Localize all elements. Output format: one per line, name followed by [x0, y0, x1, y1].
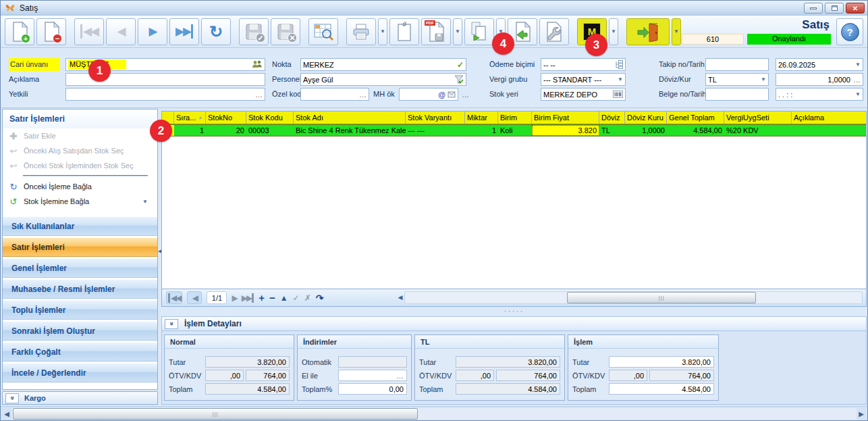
cell-stok-adi[interactable]: Bic Shine 4 Renk Tükenmez Kalem [294, 125, 406, 136]
column-header-doviz[interactable]: Döviz [599, 112, 625, 124]
cell-birim-fiyat-focused[interactable]: 3.820 [532, 125, 599, 136]
action-onceki-isleme-bagla[interactable]: ↻Önceki İşleme Bağla [3, 179, 157, 194]
column-header-doviz-kuru[interactable]: Döviz Kuru [625, 112, 667, 124]
yetkili-field[interactable] [65, 88, 265, 101]
column-header-birim[interactable]: Birim [498, 112, 532, 124]
horizontal-splitter-grip[interactable] [161, 307, 867, 316]
scrollbar-track[interactable] [404, 291, 863, 304]
minimize-button[interactable] [804, 3, 823, 14]
doviz-field[interactable]: TL [705, 73, 769, 86]
details-header[interactable]: » İşlem Detayları [161, 316, 867, 331]
scroll-left-arrow[interactable]: ◀ [2, 409, 11, 419]
odeme-bicimi-field[interactable]: -- -- [541, 58, 626, 71]
dropdown-arrow-icon[interactable] [618, 76, 623, 82]
collapse-chevron-icon[interactable]: » [165, 319, 178, 329]
cell-stok-varyanti[interactable]: --- --- [406, 125, 465, 136]
cell-miktar[interactable]: 1 [465, 125, 498, 136]
last-record-button[interactable]: ▶▶ [169, 18, 199, 45]
grid-edit-row-button[interactable]: ▲ [280, 293, 288, 303]
tl-toplam-field[interactable]: 4.584,00 [456, 383, 560, 395]
cell-doviz-kuru[interactable]: 1,0000 [625, 125, 667, 136]
column-header-stok-kodu[interactable]: Stok Kodu [246, 112, 294, 124]
cell-aciklama[interactable] [792, 125, 866, 136]
ellipsis-button[interactable] [255, 91, 263, 98]
column-header-vergi-uyg-seti[interactable]: VergiUygSeti [724, 112, 792, 124]
normal-toplam-field[interactable]: 4.584,00 [205, 383, 290, 395]
dropdown-arrow-icon[interactable] [761, 76, 766, 82]
print-dropdown-button[interactable]: ▼ [378, 18, 387, 45]
takip-no-field[interactable] [705, 58, 769, 71]
grid-view-button[interactable] [308, 18, 338, 45]
tl-tutar-field[interactable]: 3.820,00 [456, 356, 560, 368]
column-header-stok-varyanti[interactable]: Stok Varyantı [406, 112, 465, 124]
section-incele-degerlendir[interactable]: İncele / Değerlendir [3, 363, 157, 382]
column-header-birim-fiyat[interactable]: Birim Fiyat [532, 112, 599, 124]
cell-sira[interactable]: 1 [174, 125, 206, 136]
scroll-right-arrow[interactable]: ▶ [857, 409, 866, 419]
scrollbar-thumb[interactable] [13, 408, 418, 420]
indirim-toplam-pct-field[interactable]: 0,00 [338, 383, 407, 395]
cell-birim[interactable]: Koli [498, 125, 532, 136]
scrollbar-thumb[interactable] [567, 292, 756, 303]
attachment-button[interactable] [389, 18, 419, 45]
belge-tarih-field[interactable]: . . : : [776, 88, 863, 101]
scroll-left-arrow[interactable]: ◀ [396, 293, 404, 302]
exit-button[interactable] [626, 18, 670, 45]
tl-otv-field[interactable]: ,00 [456, 370, 494, 381]
new-record-button[interactable]: + [5, 18, 34, 45]
cell-stok-kodu[interactable]: 00003 [246, 125, 294, 136]
column-header-stok-adi[interactable]: Stok Adı [294, 112, 406, 124]
scrollbar-track[interactable] [11, 408, 857, 420]
ozel-kod-field[interactable] [300, 88, 369, 101]
section-muhasebe-resmi-islemler[interactable]: Muhasebe / Resmi İşlemler [3, 279, 157, 299]
grid-prev-page-button[interactable]: ◀ [187, 291, 202, 304]
section-genel-islemler[interactable]: Genel İşlemler [3, 258, 157, 278]
column-header-miktar[interactable]: Miktar [465, 112, 498, 124]
cell-vergi-uyg-seti[interactable]: %20 KDV [724, 125, 792, 136]
ellipsis-button[interactable] [462, 91, 469, 98]
grid-cancel-button[interactable]: ✗ [304, 293, 311, 303]
kargo-bar[interactable]: » Kargo [2, 391, 158, 405]
islem-tutar-field[interactable]: 3.820,00 [609, 356, 714, 368]
grid-delete-row-button[interactable]: − [269, 292, 275, 303]
mh-ok-field[interactable]: @ [399, 88, 458, 101]
m-dropdown-button[interactable]: ▼ [609, 18, 618, 45]
copy-document-button[interactable] [464, 18, 494, 45]
grid-next-page-button[interactable]: ▶ [232, 293, 236, 303]
refresh-button[interactable]: ↻ [201, 18, 231, 45]
collapse-chevron-icon[interactable]: » [5, 393, 19, 403]
section-satir-islemleri[interactable]: Satır İşlemleri [3, 237, 157, 257]
settings-button[interactable] [539, 18, 569, 45]
save-button[interactable]: ✓ [239, 18, 269, 45]
dropdown-arrow-icon[interactable] [855, 61, 861, 68]
cell-genel-toplam[interactable]: 4.584,00 [667, 125, 724, 136]
cell-doviz[interactable]: TL [599, 125, 625, 136]
takip-tarih-field[interactable]: 26.09.2025 [776, 58, 863, 71]
section-sik-kullanilanlar[interactable]: Sık Kullanılanlar [3, 216, 157, 236]
nokta-field[interactable]: MERKEZ✓ [300, 58, 466, 71]
indirim-otomatik-field[interactable] [338, 356, 407, 368]
exit-dropdown-button[interactable]: ▼ [672, 18, 681, 45]
normal-otv-field[interactable]: ,00 [205, 370, 244, 381]
action-stok-islemine-bagla[interactable]: ↺Stok İşlemine Bağla [3, 194, 157, 209]
previous-record-button[interactable]: ◀ [106, 18, 136, 45]
islem-otv-field[interactable]: ,00 [609, 370, 647, 381]
column-header-genel-toplam[interactable]: Genel Toplam [667, 112, 724, 124]
stok-yeri-field[interactable]: MERKEZ DEPO [541, 88, 626, 101]
save-cancel-button[interactable]: ✕ [271, 18, 300, 45]
first-record-button[interactable]: ◀◀ [74, 18, 104, 45]
indirim-el-ile-field[interactable] [338, 370, 407, 381]
column-header-aciklama[interactable]: Açıklama [792, 112, 866, 124]
grid-last-page-button[interactable]: ▶▶ [242, 293, 254, 303]
tl-kdv-field[interactable]: 764,00 [496, 370, 560, 381]
delete-record-button[interactable]: − [36, 18, 66, 45]
pdf-dropdown-button[interactable]: ▼ [453, 18, 462, 45]
cell-stokno[interactable]: 20 [206, 125, 246, 136]
islem-kdv-field[interactable]: 764,00 [649, 370, 714, 381]
grid-refresh-button[interactable]: ↷ [316, 293, 324, 303]
close-button[interactable]: ✕ [846, 3, 865, 14]
normal-tutar-field[interactable]: 3.820,00 [205, 356, 290, 368]
help-button[interactable]: ? [836, 18, 863, 45]
section-toplu-islemler[interactable]: Toplu İşlemler [3, 300, 157, 320]
next-record-button[interactable]: ▶ [138, 18, 167, 45]
